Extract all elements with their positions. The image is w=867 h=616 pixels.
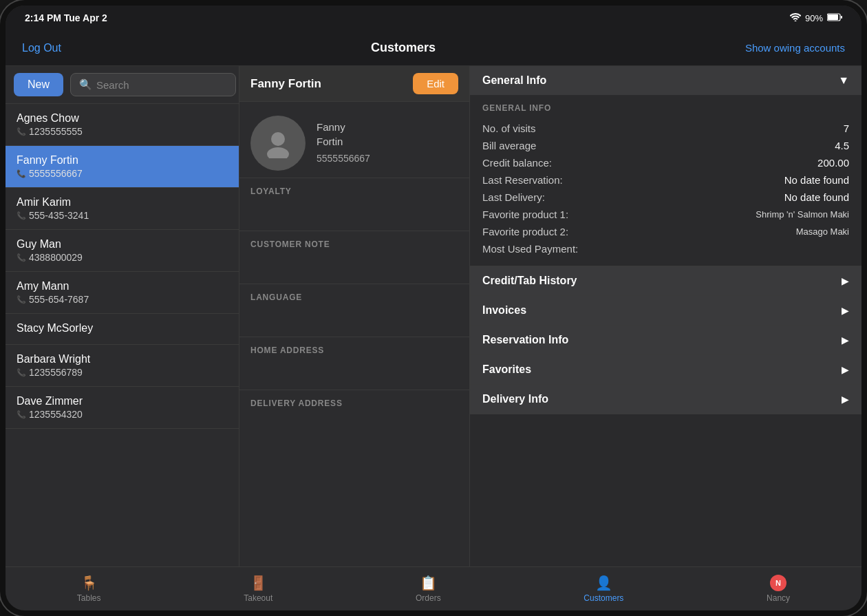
logout-button[interactable]: Log Out bbox=[22, 42, 61, 54]
first-name-field: Fanny bbox=[317, 121, 370, 133]
tab-orders[interactable]: 📋 Orders bbox=[405, 572, 452, 606]
chevron-right-icon: ▶ bbox=[842, 394, 849, 405]
credit-tab-history-header[interactable]: Credit/Tab History ▶ bbox=[470, 266, 861, 295]
takeout-icon: 🚪 bbox=[250, 575, 267, 591]
avatar-names: Fanny Fortin 5555556667 bbox=[317, 116, 370, 164]
tab-bar: 🪑 Tables 🚪 Takeout 📋 Orders 👤 Customers … bbox=[6, 566, 861, 610]
chevron-right-icon: ▶ bbox=[842, 334, 849, 346]
tables-icon: 🪑 bbox=[81, 575, 98, 591]
battery-percent: 90% bbox=[805, 13, 823, 23]
chevron-right-icon: ▶ bbox=[842, 305, 849, 316]
info-label: Credit balance: bbox=[482, 157, 552, 169]
avatar-section: Fanny Fortin 5555556667 bbox=[239, 102, 469, 178]
chevron-right-icon: ▶ bbox=[842, 364, 849, 375]
customer-name: Guy Man bbox=[17, 238, 228, 251]
general-info-subtitle: GENERAL INFO bbox=[482, 103, 849, 113]
general-info-title: General Info bbox=[482, 74, 546, 87]
tab-orders-label: Orders bbox=[416, 593, 441, 603]
chevron-down-icon: ▼ bbox=[838, 74, 849, 87]
nav-title: Customers bbox=[371, 41, 436, 55]
wifi-icon bbox=[790, 13, 801, 23]
search-icon: 🔍 bbox=[79, 78, 92, 91]
favorites-header[interactable]: Favorites ▶ bbox=[470, 355, 861, 384]
invoices-title: Invoices bbox=[482, 304, 526, 317]
customer-note-field bbox=[250, 255, 458, 275]
loyalty-label: LOYALTY bbox=[250, 187, 458, 196]
customer-name: Stacy McSorley bbox=[17, 322, 228, 334]
info-row: No. of visits 7 bbox=[482, 120, 849, 137]
list-item[interactable]: Dave Zimmer 📞 1235554320 bbox=[6, 387, 239, 429]
reservation-info-title: Reservation Info bbox=[482, 334, 568, 346]
edit-button[interactable]: Edit bbox=[413, 73, 458, 94]
info-row: Last Reservation: No date found bbox=[482, 171, 849, 189]
info-label: Favorite product 2: bbox=[482, 226, 568, 237]
delivery-info-header[interactable]: Delivery Info ▶ bbox=[470, 385, 861, 414]
tab-customers[interactable]: 👤 Customers bbox=[572, 572, 634, 606]
home-address-section: HOME ADDRESS bbox=[239, 337, 469, 390]
new-customer-button[interactable]: New bbox=[14, 73, 63, 96]
reservation-info-header[interactable]: Reservation Info ▶ bbox=[470, 326, 861, 354]
customer-items: Agnes Chow 📞 1235555555 Fanny Fortin 📞 5… bbox=[6, 104, 239, 566]
info-label: Most Used Payment: bbox=[482, 243, 578, 255]
customer-name: Fanny Fortin bbox=[17, 154, 228, 167]
list-item[interactable]: Amir Karim 📞 555-435-3241 bbox=[6, 188, 239, 230]
info-panel: General Info ▼ GENERAL INFO No. of visit… bbox=[470, 66, 861, 566]
phone-icon: 📞 bbox=[17, 253, 26, 262]
tab-customers-label: Customers bbox=[584, 593, 623, 603]
delivery-address-section: DELIVERY ADDRESS bbox=[239, 390, 469, 443]
customer-name: Dave Zimmer bbox=[17, 395, 228, 407]
list-item[interactable]: Agnes Chow 📞 1235555555 bbox=[6, 104, 239, 146]
search-input[interactable] bbox=[96, 79, 227, 91]
info-row: Credit balance: 200.00 bbox=[482, 154, 849, 171]
tab-takeout[interactable]: 🚪 Takeout bbox=[233, 572, 283, 606]
list-item[interactable]: Fanny Fortin 📞 5555556667 bbox=[6, 146, 239, 188]
phone-icon: 📞 bbox=[17, 295, 26, 304]
delivery-info-title: Delivery Info bbox=[482, 393, 548, 405]
favorites-title: Favorites bbox=[482, 363, 531, 376]
customer-phone: 📞 555-435-3241 bbox=[17, 210, 228, 221]
avatar bbox=[250, 116, 306, 171]
info-label: Last Reservation: bbox=[482, 174, 563, 186]
list-item[interactable]: Stacy McSorley bbox=[6, 314, 239, 345]
customer-phone: 📞 1235555555 bbox=[17, 126, 228, 137]
phone-field: 5555556667 bbox=[317, 153, 370, 164]
info-row: Last Delivery: No date found bbox=[482, 189, 849, 206]
search-box: 🔍 bbox=[70, 73, 236, 96]
info-row: Bill average 4.5 bbox=[482, 137, 849, 154]
info-row: Most Used Payment: bbox=[482, 240, 849, 257]
info-label: No. of visits bbox=[482, 123, 536, 134]
list-item[interactable]: Guy Man 📞 4388800029 bbox=[6, 230, 239, 272]
info-row: Favorite product 1: Shrimp 'n' Salmon Ma… bbox=[482, 206, 849, 223]
list-item[interactable]: Barbara Wright 📞 1235556789 bbox=[6, 345, 239, 387]
home-address-field bbox=[250, 361, 458, 381]
customer-name: Amir Karim bbox=[17, 196, 228, 209]
svg-point-3 bbox=[271, 132, 285, 146]
customer-note-label: CUSTOMER NOTE bbox=[250, 240, 458, 249]
delivery-address-field bbox=[250, 414, 458, 434]
phone-icon: 📞 bbox=[17, 368, 26, 377]
general-info-section: General Info ▼ GENERAL INFO No. of visit… bbox=[470, 66, 861, 266]
language-field bbox=[250, 308, 458, 328]
tab-nancy[interactable]: N Nancy bbox=[756, 572, 801, 606]
customer-name: Barbara Wright bbox=[17, 353, 228, 365]
list-item[interactable]: Amy Mann 📞 555-654-7687 bbox=[6, 272, 239, 314]
nav-bar: Log Out Customers Show owing accounts bbox=[6, 30, 861, 66]
customer-phone: 📞 555-654-7687 bbox=[17, 294, 228, 305]
info-value: 4.5 bbox=[835, 140, 849, 151]
favorites-section: Favorites ▶ bbox=[470, 355, 861, 385]
language-section: LANGUAGE bbox=[239, 284, 469, 337]
show-accounts-button[interactable]: Show owing accounts bbox=[745, 42, 845, 54]
credit-tab-history-title: Credit/Tab History bbox=[482, 275, 577, 287]
status-time: 2:14 PM Tue Apr 2 bbox=[25, 12, 107, 23]
delivery-address-label: DELIVERY ADDRESS bbox=[250, 399, 458, 408]
tab-tables[interactable]: 🪑 Tables bbox=[66, 572, 112, 606]
customer-list-panel: New 🔍 Agnes Chow 📞 1235555555 bbox=[6, 66, 239, 566]
battery-icon bbox=[827, 13, 842, 23]
general-info-header[interactable]: General Info ▼ bbox=[470, 66, 861, 95]
customer-phone: 📞 5555556667 bbox=[17, 168, 228, 179]
invoices-header[interactable]: Invoices ▶ bbox=[470, 296, 861, 325]
reservation-info-section: Reservation Info ▶ bbox=[470, 326, 861, 355]
phone-icon: 📞 bbox=[17, 169, 26, 178]
general-info-body: GENERAL INFO No. of visits 7 Bill averag… bbox=[470, 95, 861, 266]
status-bar: 2:14 PM Tue Apr 2 90% bbox=[6, 6, 861, 30]
